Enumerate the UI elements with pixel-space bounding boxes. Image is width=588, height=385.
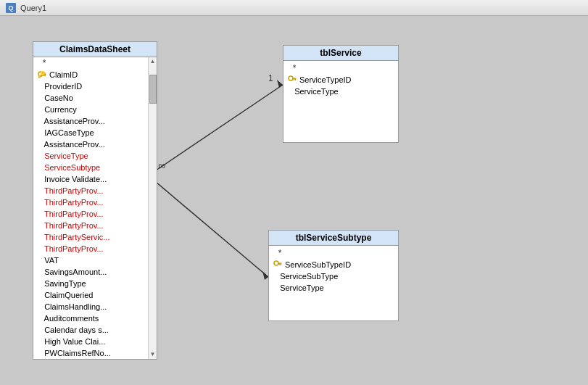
query-icon: Q <box>6 3 16 13</box>
svg-text:∞: ∞ <box>158 160 165 171</box>
list-item: PWClaimsRefNo... <box>33 347 148 359</box>
list-item: ServiceType <box>33 150 148 162</box>
svg-line-3 <box>156 182 268 277</box>
svg-line-0 <box>156 85 283 170</box>
query-canvas: 1 ∞ ClaimsDataSheet * ClaimID ProviderID… <box>0 16 588 385</box>
svg-point-10 <box>289 76 293 80</box>
list-item: ClaimQueried <box>33 289 148 301</box>
claims-datasheet-table: ClaimsDataSheet * ClaimID ProviderID Cas… <box>33 41 157 360</box>
svg-point-6 <box>38 72 43 76</box>
list-item: ThirdPartyProv... <box>33 243 148 254</box>
list-item: ServiceSubType <box>269 270 398 282</box>
svg-rect-11 <box>293 78 297 80</box>
tbl-service-subtype-body: * ServiceSubTypeID ServiceSubType Servic… <box>269 246 398 320</box>
svg-marker-4 <box>262 271 268 280</box>
svg-rect-7 <box>43 74 46 75</box>
list-item: VAT <box>33 254 148 266</box>
svg-rect-8 <box>45 75 46 76</box>
vertical-scrollbar[interactable]: ▲ ▼ <box>148 57 157 359</box>
svg-rect-13 <box>294 79 295 80</box>
list-item: ServiceType <box>269 282 398 294</box>
list-item: * <box>283 62 398 74</box>
scroll-up-arrow[interactable]: ▲ <box>150 57 156 66</box>
key-icon <box>273 260 283 269</box>
list-item: Calendar days s... <box>33 324 148 336</box>
list-item: Currency <box>33 104 148 115</box>
svg-rect-12 <box>295 79 297 80</box>
list-item: IAGCaseType <box>33 127 148 138</box>
list-item: ThirdPartyServic... <box>33 231 148 243</box>
list-item: Invoice Validate... <box>33 173 148 185</box>
list-item: * <box>33 57 148 69</box>
list-item: SavingsAmount... <box>33 266 148 278</box>
svg-marker-5 <box>277 80 283 88</box>
scroll-down-arrow[interactable]: ▼ <box>150 350 156 359</box>
list-item: AssistanceProv... <box>33 138 148 150</box>
tbl-service-subtype-header: tblServiceSubtype <box>269 231 398 246</box>
list-item: ThirdPartyProv... <box>33 196 148 208</box>
svg-rect-16 <box>281 264 282 265</box>
svg-text:1: 1 <box>268 73 273 83</box>
list-item: ThirdPartyProv... <box>33 185 148 196</box>
key-icon <box>288 75 298 84</box>
list-item: ClaimsHandling... <box>33 301 148 312</box>
list-item: ClaimID <box>33 69 148 80</box>
scroll-thumb[interactable] <box>149 75 157 104</box>
svg-rect-17 <box>279 264 281 265</box>
list-item: SavingType <box>33 278 148 289</box>
list-item: AssistanceProv... <box>33 115 148 127</box>
claims-datasheet-header: ClaimsDataSheet <box>33 42 157 57</box>
list-item: ServiceSubtype <box>33 162 148 173</box>
list-item: ThirdPartyProv... <box>33 220 148 231</box>
list-item: High Value Clai... <box>33 336 148 347</box>
tbl-service-header: tblService <box>283 46 398 61</box>
list-item: ServiceSubTypeID <box>269 259 398 270</box>
svg-rect-15 <box>278 263 282 265</box>
tbl-service-subtype-table: tblServiceSubtype * ServiceSubTypeID Ser… <box>268 230 399 321</box>
list-item: CaseNo <box>33 92 148 104</box>
list-item: ServiceType <box>283 86 398 97</box>
list-item: ThirdPartyProv... <box>33 208 148 220</box>
tbl-service-body: * ServiceTypeID ServiceType <box>283 61 398 142</box>
list-item: ServiceTypeID <box>283 74 398 86</box>
list-item: * <box>269 247 398 259</box>
svg-rect-9 <box>44 75 45 76</box>
list-item: ProviderID <box>33 80 148 92</box>
title-bar: Q Query1 <box>0 0 588 16</box>
tab-label[interactable]: Query1 <box>20 4 46 12</box>
key-icon <box>38 71 48 78</box>
svg-point-14 <box>274 261 278 265</box>
claims-datasheet-body: * ClaimID ProviderID CaseNo Currency Ass… <box>33 57 148 359</box>
list-item: Auditcomments <box>33 312 148 324</box>
tbl-service-table: tblService * ServiceTypeID ServiceType <box>283 45 399 143</box>
